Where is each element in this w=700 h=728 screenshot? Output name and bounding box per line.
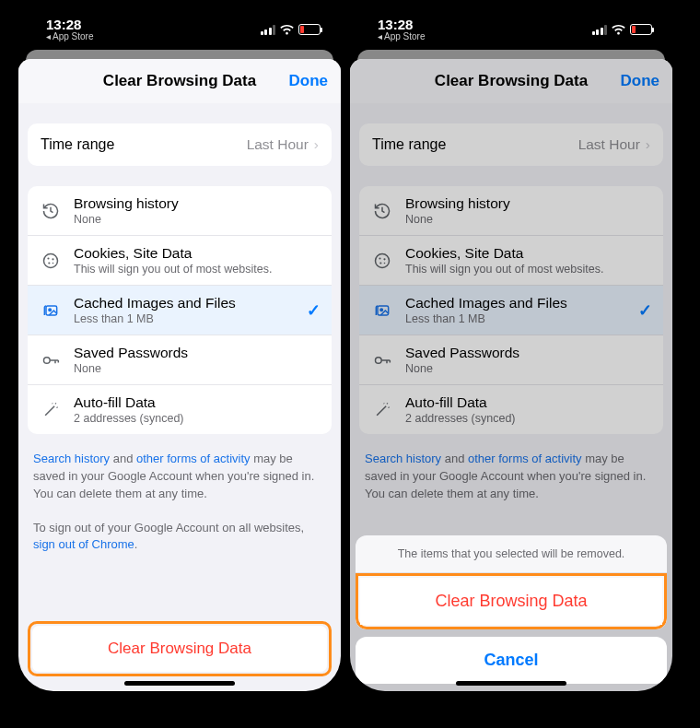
status-icons	[261, 24, 321, 35]
time-range-value: Last Hour	[247, 136, 309, 153]
confirm-clear-button[interactable]: Clear Browsing Data	[360, 578, 662, 625]
svg-point-7	[44, 357, 51, 363]
svg-point-10	[383, 258, 385, 260]
signout-link[interactable]: sign out of Chrome	[33, 537, 134, 551]
svg-point-14	[380, 308, 383, 311]
time-range-label: Time range	[41, 136, 114, 153]
svg-point-6	[49, 308, 52, 311]
wand-icon	[39, 401, 63, 419]
cellular-icon	[261, 25, 276, 35]
time-range-row[interactable]: Time range Last Hour ›	[28, 123, 332, 166]
footer-note-1: Search history and other forms of activi…	[28, 434, 332, 503]
images-icon	[39, 301, 63, 320]
settings-sheet: Clear Browsing Data Done Time range Last…	[18, 59, 341, 691]
action-sheet: The items that you selected will be remo…	[356, 535, 667, 684]
item-passwords[interactable]: Saved PasswordsNone	[359, 335, 663, 384]
page-title: Clear Browsing Data	[435, 72, 588, 90]
footer-note-1: Search history and other forms of activi…	[359, 434, 663, 503]
status-time: 13:28	[378, 18, 413, 31]
breadcrumb-back[interactable]: ◂ App Store	[46, 32, 93, 41]
clear-browsing-data-button[interactable]: Clear Browsing Data	[32, 626, 327, 672]
battery-icon	[298, 24, 321, 35]
page-title: Clear Browsing Data	[103, 72, 256, 90]
svg-point-15	[376, 357, 382, 363]
svg-point-11	[379, 262, 381, 264]
wifi-icon	[612, 25, 625, 35]
svg-point-1	[47, 257, 49, 259]
highlight-annotation: Clear Browsing Data	[356, 573, 667, 629]
svg-point-3	[48, 262, 50, 264]
battery-icon	[630, 24, 652, 35]
status-bar: 13:28 ◂ App Store	[350, 9, 672, 50]
chevron-right-icon: ›	[646, 136, 650, 153]
key-icon	[39, 351, 63, 370]
done-button[interactable]: Done	[289, 72, 329, 90]
item-cached-images[interactable]: Cached Images and FilesLess than 1 MB ✓	[359, 285, 663, 335]
highlight-annotation: Clear Browsing Data	[28, 621, 332, 676]
search-history-link[interactable]: Search history	[365, 452, 441, 465]
chevron-right-icon: ›	[314, 136, 319, 153]
settings-sheet-dimmed: Clear Browsing Data Done Time range Last…	[350, 59, 672, 691]
item-autofill[interactable]: Auto-fill Data 2 addresses (synced)	[28, 384, 332, 434]
sheet-header: Clear Browsing Data Done	[18, 59, 341, 103]
breadcrumb-back[interactable]: ◂ App Store	[378, 32, 425, 41]
chevron-left-icon: ◂	[378, 32, 382, 41]
svg-point-9	[379, 257, 380, 259]
svg-point-8	[376, 253, 390, 267]
other-activity-link[interactable]: other forms of activity	[468, 452, 582, 465]
time-range-group: Time range Last Hour ›	[28, 123, 332, 166]
action-sheet-message: The items that you selected will be remo…	[356, 535, 667, 573]
svg-point-2	[52, 258, 53, 260]
cellular-icon	[592, 25, 608, 35]
svg-point-12	[384, 262, 386, 264]
item-cookies[interactable]: Cookies, Site Data This will sign you ou…	[28, 235, 332, 285]
search-history-link[interactable]: Search history	[33, 452, 110, 465]
status-icons	[592, 24, 653, 35]
chevron-left-icon: ◂	[46, 32, 51, 41]
data-types-group: Browsing history None Cookies, Site Data…	[28, 186, 332, 434]
item-cached-images[interactable]: Cached Images and Files Less than 1 MB ✓	[28, 285, 332, 335]
item-browsing-history[interactable]: Browsing history None	[28, 186, 332, 235]
done-button[interactable]: Done	[621, 72, 660, 90]
wand-icon	[370, 401, 394, 419]
status-time: 13:28	[46, 18, 81, 31]
home-indicator[interactable]	[124, 681, 235, 686]
svg-point-4	[52, 262, 54, 264]
other-activity-link[interactable]: other forms of activity	[136, 452, 251, 465]
cancel-button[interactable]: Cancel	[356, 637, 667, 684]
status-bar: 13:28 ◂ App Store	[18, 9, 341, 50]
images-icon	[370, 301, 394, 320]
item-cookies[interactable]: Cookies, Site DataThis will sign you out…	[359, 235, 663, 285]
checkmark-icon: ✓	[638, 300, 652, 321]
item-passwords[interactable]: Saved Passwords None	[28, 335, 332, 384]
cookie-icon	[370, 252, 394, 270]
wifi-icon	[280, 25, 294, 35]
cookie-icon	[39, 252, 63, 270]
item-browsing-history[interactable]: Browsing historyNone	[359, 186, 663, 235]
key-icon	[370, 351, 394, 370]
history-icon	[370, 202, 394, 220]
checkmark-icon: ✓	[307, 300, 321, 321]
phone-left: 13:28 ◂ App Store Clear Browsing Data Do…	[18, 9, 341, 691]
phone-right: 13:28 ◂ App Store Clear Browsing Data Do…	[350, 9, 672, 691]
home-indicator[interactable]	[456, 681, 566, 686]
item-autofill[interactable]: Auto-fill Data2 addresses (synced)	[359, 384, 663, 434]
time-range-row[interactable]: Time range Last Hour ›	[359, 123, 663, 166]
history-icon	[39, 202, 63, 220]
svg-point-0	[44, 253, 58, 267]
footer-note-2: To sign out of your Google Account on al…	[28, 503, 332, 555]
